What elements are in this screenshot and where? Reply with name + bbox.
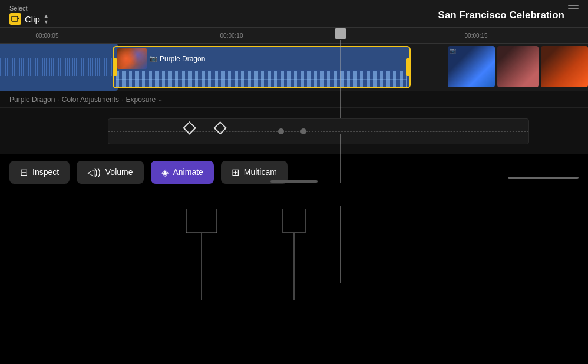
playhead-line-keyframe: [341, 108, 341, 155]
keyframe-area: [0, 107, 588, 154]
svg-rect-0: [12, 16, 18, 21]
ruler-tick-5: 00:00:05: [36, 32, 59, 39]
clip-icon-svg: [11, 15, 19, 23]
clip-waveform: [114, 70, 409, 87]
camera-icon: 📷: [149, 55, 157, 62]
adj-property: Exposure: [125, 95, 156, 104]
keyframe-track: [108, 118, 529, 144]
right-clip-thumb-3: [541, 46, 588, 87]
volume-label: Volume: [105, 167, 133, 177]
clip-handle-right[interactable]: [406, 58, 411, 76]
multicam-label: Multicam: [244, 167, 277, 177]
color-adj-text: Purple Dragon · Color Adjustments · Expo…: [9, 95, 163, 104]
timeline-ruler[interactable]: 00:00:05 00:00:10 00:00:15: [0, 27, 588, 44]
right-clips: 📷: [448, 46, 588, 87]
multicam-icon: ⊞: [232, 167, 239, 178]
adj-clip-name: Purple Dragon: [9, 95, 55, 104]
ruler-tick-15: 00:00:15: [465, 32, 488, 39]
hamburger-line-2: [568, 8, 579, 9]
toolbar-buttons: ⊟ Inspect ◁)) Volume ◈ Animate ⊞ Multica…: [0, 154, 588, 190]
arrow-up: ▲: [44, 14, 49, 19]
clip-thumbnail: [117, 48, 147, 69]
right-clip-1[interactable]: 📷: [448, 46, 495, 87]
color-adjustments-bar: Purple Dragon · Color Adjustments · Expo…: [0, 91, 588, 107]
clip-text: Clip: [25, 14, 40, 24]
keyframe-dot-2[interactable]: [300, 128, 306, 134]
clip-selector[interactable]: Clip ▲ ▼: [9, 13, 49, 25]
project-title: San Francisco Celebration: [438, 9, 564, 21]
playhead-handle[interactable]: [335, 28, 346, 39]
volume-button[interactable]: ◁)) Volume: [77, 161, 143, 184]
volume-icon: ◁)): [87, 167, 101, 178]
right-clip-thumb-1: 📷: [448, 46, 495, 87]
right-clip-2[interactable]: [497, 46, 539, 87]
right-clip-thumb-2: [497, 46, 539, 87]
animate-icon: ◈: [161, 167, 169, 178]
chevron-down-icon[interactable]: ⌄: [158, 96, 163, 102]
waveform-bg: [0, 58, 118, 76]
timeline-track[interactable]: 📷 Purple Dragon 📷: [0, 44, 588, 91]
animate-label: Animate: [173, 167, 203, 177]
playhead-line-track: [341, 44, 341, 91]
inspect-button[interactable]: ⊟ Inspect: [9, 161, 70, 184]
clip-icon: [9, 13, 21, 25]
main-video-clip[interactable]: 📷 Purple Dragon: [113, 46, 411, 88]
keyframe-dot-1[interactable]: [278, 128, 284, 134]
scrollbar[interactable]: [508, 177, 579, 179]
clip-thumb-inner: [117, 48, 147, 69]
inspect-icon: ⊟: [20, 167, 28, 178]
select-label: Select: [9, 5, 49, 12]
adj-sep2: ·: [121, 95, 123, 104]
clip-stepper[interactable]: ▲ ▼: [44, 14, 49, 25]
header-left: Select Clip ▲ ▼: [9, 5, 49, 25]
clip-handle-left[interactable]: [113, 58, 117, 76]
menu-icon[interactable]: [568, 5, 579, 9]
clip-top-bar: 📷 Purple Dragon: [114, 47, 409, 70]
adj-adjustment: Color Adjustments: [62, 95, 119, 104]
right-clip-3[interactable]: [541, 46, 588, 87]
clip-name: Purple Dragon: [160, 55, 205, 63]
bottom-scroll-indicator[interactable]: [270, 180, 318, 183]
right-clip-1-camera: 📷: [450, 48, 456, 54]
ruler-tick-10: 00:00:10: [220, 32, 243, 39]
hamburger-line-1: [568, 5, 579, 6]
animate-button[interactable]: ◈ Animate: [151, 161, 214, 184]
arrow-down: ▼: [44, 19, 49, 25]
audio-track-background: [0, 44, 118, 91]
inspect-label: Inspect: [32, 167, 59, 177]
header: Select Clip ▲ ▼ San Francisco Celebratio…: [0, 0, 588, 27]
adj-sep1: ·: [57, 95, 59, 104]
waveform-main: [116, 71, 407, 87]
